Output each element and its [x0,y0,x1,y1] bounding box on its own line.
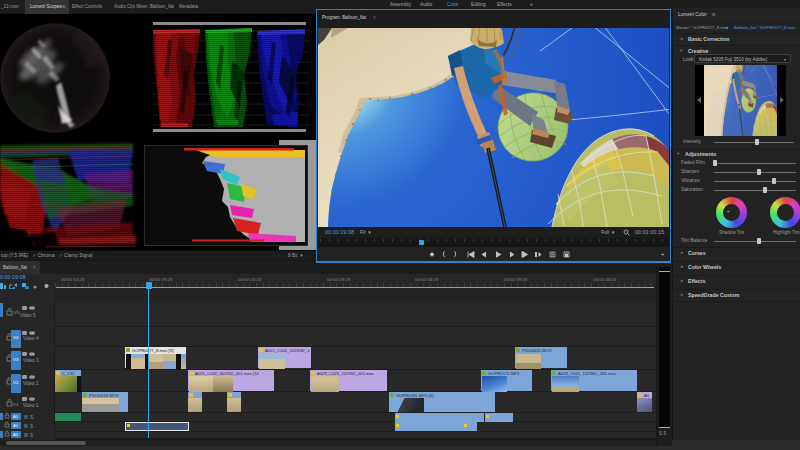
svg-text:S: S [30,424,33,429]
svg-text:M: M [24,433,28,438]
svg-text:S: S [30,415,33,420]
svg-text:M: M [24,424,28,429]
svg-text:M: M [24,415,28,420]
svg-text:S: S [30,433,33,438]
